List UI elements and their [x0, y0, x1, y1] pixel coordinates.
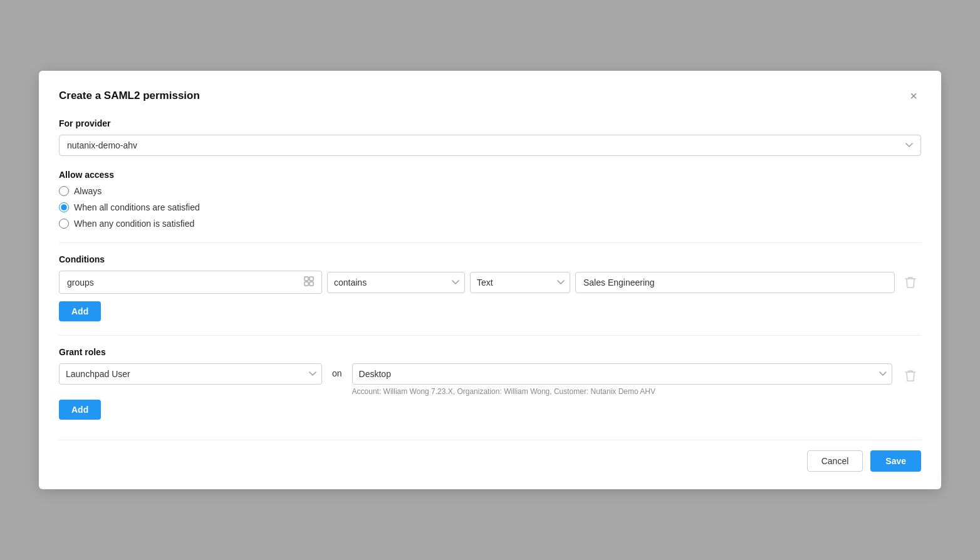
- condition-row: groups contains equals starts with: [59, 271, 921, 294]
- radio-always-input[interactable]: [59, 186, 69, 196]
- radio-any-condition-label: When any condition is satisfied: [74, 219, 194, 229]
- grant-right-col: Desktop Account: William Wong 7.23.X, Or…: [352, 363, 892, 396]
- allow-access-label: Allow access: [59, 170, 921, 180]
- account-hint: Account: William Wong 7.23.X, Organizati…: [352, 387, 892, 396]
- conditions-add-button[interactable]: Add: [59, 301, 101, 321]
- conditions-section: Conditions groups co: [59, 254, 921, 321]
- radio-group: Always When all conditions are satisfied…: [59, 186, 921, 229]
- divider-2: [59, 335, 921, 336]
- svg-rect-0: [305, 277, 308, 281]
- modal-container: Create a SAML2 permission × For provider…: [39, 71, 941, 489]
- radio-all-conditions[interactable]: When all conditions are satisfied: [59, 202, 921, 212]
- svg-rect-1: [310, 277, 313, 281]
- provider-select[interactable]: nutanix-demo-ahv: [59, 135, 921, 156]
- close-button[interactable]: ×: [906, 88, 921, 103]
- on-label: on: [330, 363, 345, 383]
- radio-all-conditions-label: When all conditions are satisfied: [74, 202, 200, 212]
- provider-section: For provider nutanix-demo-ahv: [59, 118, 921, 156]
- condition-operator-select[interactable]: contains equals starts with: [327, 272, 465, 293]
- radio-always-label: Always: [74, 186, 102, 196]
- grid-icon: [304, 276, 314, 288]
- radio-any-condition[interactable]: When any condition is satisfied: [59, 219, 921, 229]
- grant-role-select[interactable]: Launchpad User: [59, 363, 322, 385]
- divider-1: [59, 242, 921, 243]
- conditions-label: Conditions: [59, 254, 921, 264]
- modal-header: Create a SAML2 permission ×: [59, 88, 921, 103]
- grant-add-button[interactable]: Add: [59, 400, 101, 420]
- condition-type-select[interactable]: Text: [470, 272, 570, 293]
- grant-roles-section: Grant roles Launchpad User on Desktop Ac…: [59, 347, 921, 420]
- modal-overlay: Create a SAML2 permission × For provider…: [0, 0, 980, 560]
- condition-delete-button[interactable]: [900, 274, 921, 291]
- grant-row: Launchpad User on Desktop Account: Willi…: [59, 363, 921, 396]
- condition-value-input[interactable]: [575, 272, 895, 293]
- radio-all-conditions-input[interactable]: [59, 202, 69, 212]
- modal-footer: Cancel Save: [59, 440, 921, 472]
- radio-always[interactable]: Always: [59, 186, 921, 196]
- save-button[interactable]: Save: [870, 450, 921, 472]
- condition-field-groups: groups: [59, 271, 322, 294]
- svg-rect-3: [310, 282, 313, 286]
- grant-delete-button[interactable]: [900, 367, 921, 385]
- grant-delete-col: [900, 363, 921, 385]
- allow-access-section: Allow access Always When all conditions …: [59, 170, 921, 229]
- radio-any-condition-input[interactable]: [59, 219, 69, 229]
- cancel-button[interactable]: Cancel: [807, 450, 863, 472]
- provider-label: For provider: [59, 118, 921, 128]
- grant-resource-select[interactable]: Desktop: [352, 363, 892, 385]
- condition-field-text: groups: [67, 277, 94, 288]
- grant-roles-label: Grant roles: [59, 347, 921, 357]
- svg-rect-2: [305, 282, 308, 286]
- modal-title: Create a SAML2 permission: [59, 90, 200, 102]
